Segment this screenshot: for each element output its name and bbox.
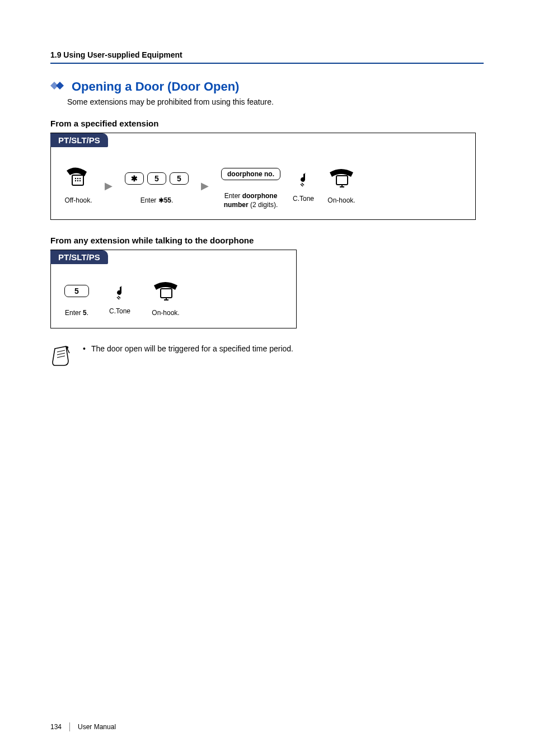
page-footer: 134 User Manual [50,722,116,731]
note-text: The door open will be triggered for a sp… [91,344,293,353]
arrow-icon: ▶ [105,180,113,192]
caption-onhook2: On-hook. [152,309,179,318]
caption-ctone: C.Tone [293,195,314,204]
svg-point-6 [75,180,76,181]
step-ctone2: C.Tone [109,280,130,316]
svg-point-5 [79,178,81,179]
step-offhook: Off-hook. [64,166,92,205]
caption-ctone2: C.Tone [109,307,130,316]
svg-point-8 [79,180,81,181]
svg-point-7 [77,180,78,181]
svg-rect-10 [161,289,172,298]
key-5b: 5 [170,172,189,185]
bullet-dot: • [83,344,86,353]
intro-text: Some extensions may be prohibited from u… [67,97,484,106]
caption-enter5: Enter 5. [65,309,88,318]
onhook-icon [326,167,357,190]
step-ctone: C.Tone [293,168,314,204]
footer-divider [69,722,70,731]
device-tab: PT/SLT/PS [50,133,108,147]
key-5a: 5 [147,172,166,185]
step-star55: ✱ 5 5 Enter ✱55. [125,166,189,205]
caption-onhook: On-hook. [327,196,355,205]
svg-point-4 [77,178,78,179]
title-row: Opening a Door (Door Open) [50,79,484,94]
section-header: 1.9 Using User-supplied Equipment [50,50,484,64]
note-icon [50,344,73,370]
step-onhook: On-hook. [326,166,357,205]
step-enter5: 5 Enter 5. [64,279,89,318]
step-onhook2: On-hook. [151,279,181,318]
block2-heading: From any extension while talking to the … [50,236,484,245]
offhook-icon [64,166,92,190]
caption-doorphone: Enter doorphone number (2 digits). [224,192,278,209]
key-5: 5 [64,285,89,297]
tone-icon [114,284,126,302]
diagram-box-1: PT/SLT/PS Off-hook. ▶ [50,133,476,220]
device-tab: PT/SLT/PS [50,250,108,264]
key-doorphone-no: doorphone no. [221,168,280,180]
step-doorphone-no: doorphone no. Enter doorphone number (2 … [221,162,280,209]
block1-heading: From a specified extension [50,119,484,128]
diagram-box-2: PT/SLT/PS 5 Enter 5. [50,250,297,328]
page-title: Opening a Door (Door Open) [72,79,239,94]
svg-point-3 [75,178,76,179]
note-bullet: • The door open will be triggered for a … [83,344,293,353]
onhook-icon [151,280,181,303]
note-row: • The door open will be triggered for a … [50,344,484,370]
caption-offhook: Off-hook. [64,196,92,205]
svg-marker-1 [56,82,64,90]
tone-icon [297,171,310,189]
svg-point-11 [66,346,68,349]
footer-label: User Manual [78,723,116,731]
caption-star55: Enter ✱55. [140,196,174,205]
page-number: 134 [50,723,62,731]
svg-rect-9 [336,176,348,185]
arrow-icon: ▶ [201,180,209,192]
key-star: ✱ [125,172,144,185]
diamond-icon [50,81,66,93]
